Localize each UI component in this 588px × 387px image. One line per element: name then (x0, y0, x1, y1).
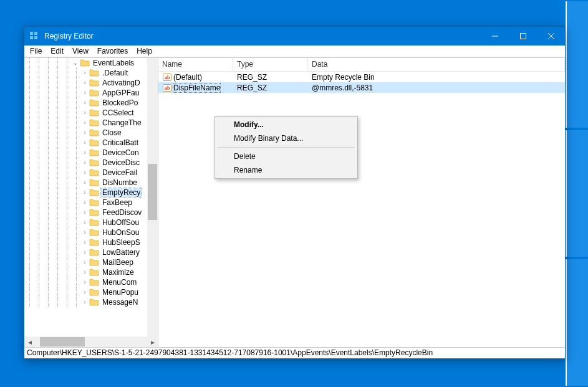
menu-view[interactable]: View (68, 46, 93, 56)
tree-item-label: CriticalBatt (101, 138, 140, 147)
tree-item[interactable]: ⌄EventLabels (24, 58, 147, 68)
folder-icon (89, 79, 99, 87)
folder-icon (89, 228, 99, 237)
expand-icon[interactable]: › (80, 257, 89, 267)
titlebar[interactable]: Registry Editor (24, 27, 565, 45)
content-area: ⌄EventLabels›.Default›ActivatingD›AppGPF… (24, 57, 565, 347)
svg-rect-0 (30, 32, 33, 35)
expand-icon[interactable]: › (80, 178, 89, 188)
expand-icon[interactable]: › (80, 237, 89, 247)
tree-item[interactable]: ›DeviceDisc (24, 158, 147, 168)
tree-item[interactable]: ›CriticalBatt (24, 138, 147, 148)
menu-edit[interactable]: Edit (46, 46, 68, 56)
tree-item[interactable]: ›BlockedPo (24, 98, 147, 108)
context-menu-item[interactable]: Modify... (216, 118, 356, 131)
scrollbar-thumb[interactable] (40, 337, 85, 346)
tree-horizontal-scrollbar[interactable]: ◂ ▸ (24, 337, 158, 347)
minimize-button[interactable] (481, 27, 509, 45)
folder-icon (89, 128, 99, 137)
expand-icon[interactable]: › (80, 108, 89, 118)
tree-item[interactable]: ›FeedDiscov (24, 208, 147, 217)
list-row[interactable]: abDispFileNameREG_SZ@mmres.dll,-5831 (158, 82, 565, 93)
expand-icon[interactable]: › (80, 168, 89, 178)
scroll-right-icon[interactable]: ▸ (147, 337, 158, 347)
tree-item-label: CCSelect (101, 108, 135, 117)
tree-item[interactable]: ›FaxBeep (24, 198, 147, 208)
value-type: REG_SZ (233, 84, 308, 92)
string-value-icon: ab (162, 83, 172, 93)
expand-icon[interactable]: › (80, 148, 89, 158)
context-menu-item[interactable]: Delete (216, 150, 356, 163)
svg-rect-2 (30, 36, 33, 39)
folder-icon (89, 198, 99, 207)
expand-icon[interactable]: › (80, 158, 89, 168)
maximize-button[interactable] (509, 27, 537, 45)
tree-item[interactable]: ›Maximize (24, 267, 147, 277)
tree-item[interactable]: ›DisNumbe (24, 178, 147, 188)
tree-item[interactable]: ›HubOnSou (24, 227, 147, 237)
menu-help[interactable]: Help (132, 46, 157, 56)
collapse-icon[interactable]: ⌄ (71, 58, 80, 68)
folder-icon (89, 288, 99, 297)
tree-item-label: EmptyRecy (101, 188, 142, 197)
scroll-left-icon[interactable]: ◂ (24, 337, 35, 347)
registry-tree[interactable]: ⌄EventLabels›.Default›ActivatingD›AppGPF… (24, 58, 147, 307)
folder-icon (89, 148, 99, 157)
expand-icon[interactable]: › (80, 277, 89, 287)
tree-item[interactable]: ›MailBeep (24, 257, 147, 267)
statusbar: Computer\HKEY_USERS\S-1-5-21-2497904381-… (24, 347, 565, 358)
expand-icon[interactable]: › (80, 138, 89, 148)
column-header-type[interactable]: Type (233, 58, 308, 71)
expand-icon[interactable]: › (80, 287, 89, 297)
tree-item[interactable]: ›LowBattery (24, 247, 147, 257)
context-menu-item[interactable]: Rename (216, 163, 356, 177)
tree-item-label: MailBeep (101, 258, 135, 267)
tree-item[interactable]: ›EmptyRecy (24, 188, 147, 198)
tree-item[interactable]: ›AppGPFau (24, 88, 147, 98)
expand-icon[interactable]: › (80, 297, 89, 307)
tree-item-label: DeviceCon (101, 148, 140, 157)
column-header-name[interactable]: Name (158, 58, 233, 71)
expand-icon[interactable]: › (80, 188, 89, 198)
values-pane: Name Type Data ab(Default)REG_SZEmpty Re… (158, 58, 565, 347)
folder-icon (89, 168, 99, 177)
expand-icon[interactable]: › (80, 118, 89, 128)
expand-icon[interactable]: › (80, 198, 89, 208)
desktop-background-decor (563, 0, 588, 387)
tree-item[interactable]: ›CCSelect (24, 108, 147, 118)
tree-item[interactable]: ›DeviceCon (24, 148, 147, 158)
tree-item[interactable]: ›HubOffSou (24, 217, 147, 227)
expand-icon[interactable]: › (80, 217, 89, 227)
menu-favorites[interactable]: Favorites (93, 46, 132, 56)
tree-item[interactable]: ›.Default (24, 68, 147, 78)
expand-icon[interactable]: › (80, 227, 89, 237)
tree-item-label: Maximize (101, 268, 135, 277)
expand-icon[interactable]: › (80, 78, 89, 88)
tree-item[interactable]: ›ChangeThe (24, 118, 147, 128)
tree-item[interactable]: ›DeviceFail (24, 168, 147, 178)
close-button[interactable] (537, 27, 565, 45)
tree-item[interactable]: ›MessageN (24, 297, 147, 307)
tree-item[interactable]: ›MenuCom (24, 277, 147, 287)
folder-icon (89, 88, 99, 97)
values-list[interactable]: ab(Default)REG_SZEmpty Recycle BinabDisp… (158, 72, 565, 347)
column-header-data[interactable]: Data (308, 58, 565, 71)
menu-file[interactable]: File (26, 46, 46, 56)
scrollbar-thumb[interactable] (148, 164, 157, 220)
expand-icon[interactable]: › (80, 128, 89, 138)
tree-item[interactable]: ›Close (24, 128, 147, 138)
expand-icon[interactable]: › (80, 88, 89, 98)
tree-item[interactable]: ›HubSleepS (24, 237, 147, 247)
tree-item-label: DeviceDisc (101, 158, 141, 167)
value-data: Empty Recycle Bin (308, 73, 565, 82)
tree-item[interactable]: ›ActivatingD (24, 78, 147, 88)
expand-icon[interactable]: › (80, 247, 89, 257)
expand-icon[interactable]: › (80, 68, 89, 78)
expand-icon[interactable]: › (80, 98, 89, 108)
tree-item[interactable]: ›MenuPopu (24, 287, 147, 297)
list-row[interactable]: ab(Default)REG_SZEmpty Recycle Bin (158, 72, 565, 82)
tree-vertical-scrollbar[interactable] (147, 58, 158, 337)
context-menu-item[interactable]: Modify Binary Data... (216, 131, 356, 145)
expand-icon[interactable]: › (80, 208, 89, 217)
expand-icon[interactable]: › (80, 267, 89, 277)
